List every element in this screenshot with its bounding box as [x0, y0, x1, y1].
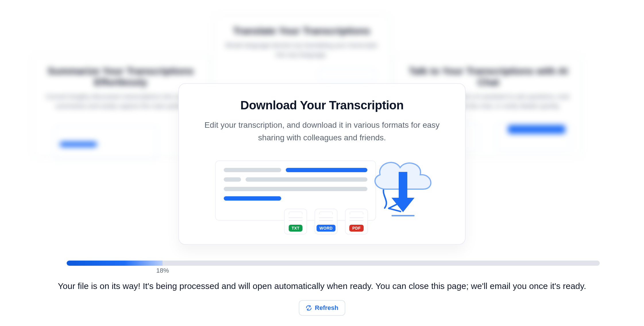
download-card-subtitle: Edit your transcription, and download it…	[196, 119, 448, 144]
upload-progress: 18%	[67, 261, 600, 266]
progress-label: 18%	[156, 267, 169, 274]
bg-card-summarize-title: Summarize Your Transcriptions Effortless…	[43, 65, 199, 88]
progress-fill	[67, 261, 163, 266]
bg-card-translate-sub: Break language barriers by translating y…	[223, 40, 380, 59]
cloud-download-icon	[369, 155, 437, 229]
format-txt-label: TXT	[289, 225, 302, 232]
download-card-title: Download Your Transcription	[195, 98, 449, 112]
format-pdf-label: PDF	[349, 225, 363, 232]
format-pdf-icon: PDF	[345, 209, 368, 234]
format-word-label: WORD	[317, 225, 336, 232]
format-txt-icon: TXT	[284, 209, 307, 234]
format-word-icon: WORD	[315, 209, 338, 234]
refresh-button[interactable]: Refresh	[299, 300, 345, 316]
refresh-button-label: Refresh	[315, 304, 338, 312]
download-card: Download Your Transcription Edit your tr…	[178, 83, 466, 245]
progress-bar	[67, 261, 600, 266]
status-message: Your file is on its way! It's being proc…	[46, 281, 598, 291]
bg-card-summarize-sub: Convert lengthy discussion transcription…	[43, 92, 199, 111]
refresh-icon	[306, 305, 312, 311]
bg-card-translate-title: Translate Your Transcriptions	[223, 25, 380, 36]
download-illustration: TXT WORD PDF	[195, 158, 449, 232]
download-arrow-icon	[392, 172, 414, 215]
